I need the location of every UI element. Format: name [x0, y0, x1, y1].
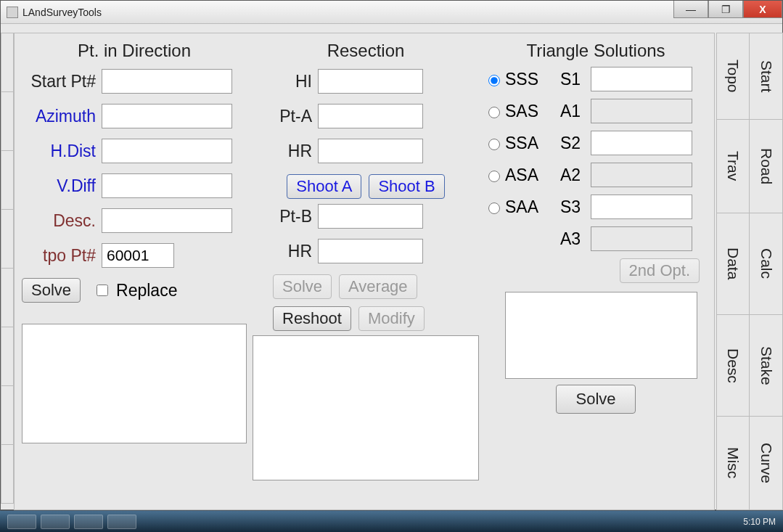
- title-bar[interactable]: LAndSurveyTools — ❐ X: [1, 1, 782, 24]
- mode-saa-input[interactable]: [488, 202, 500, 214]
- replace-label: Replace: [116, 281, 177, 300]
- a2-input[interactable]: [591, 163, 692, 187]
- a2-label: A2: [556, 165, 585, 185]
- pt-b-input[interactable]: [318, 204, 423, 229]
- pt-direction-solve-button[interactable]: Solve: [22, 278, 81, 303]
- tab-data[interactable]: Data: [716, 213, 750, 315]
- mode-sas-radio[interactable]: SAS: [485, 102, 550, 121]
- app-window: LAndSurveyTools — ❐ X Pt. in Direction S…: [0, 0, 783, 510]
- window-controls: — ❐ X: [673, 1, 782, 18]
- taskbar-left: [7, 515, 136, 529]
- replace-checkbox[interactable]: [97, 285, 108, 296]
- azimuth-input[interactable]: [102, 104, 232, 128]
- tab-stake[interactable]: Stake: [750, 315, 783, 417]
- taskbar-button[interactable]: [7, 515, 36, 529]
- a3-input[interactable]: [591, 226, 692, 251]
- tab-curve[interactable]: Curve: [750, 417, 783, 510]
- left-stub[interactable]: [1, 444, 14, 504]
- start-pt-input[interactable]: [102, 69, 232, 94]
- mode-ssa-input[interactable]: [488, 139, 500, 150]
- a1-input[interactable]: [591, 99, 692, 123]
- app-title: LAndSurveyTools: [22, 7, 102, 18]
- pt-b-label: Pt-B: [253, 207, 318, 226]
- app-icon: [7, 7, 18, 18]
- side-tabs-col2: Start Road Calc Stake Curve: [750, 33, 783, 510]
- mode-sas-label: SAS: [505, 102, 538, 121]
- desc-label: Desc.: [22, 211, 102, 231]
- tpo-pt-input[interactable]: [102, 243, 174, 268]
- average-button[interactable]: Average: [339, 274, 417, 299]
- replace-checkbox-row: Replace: [94, 281, 177, 300]
- azimuth-label: Azimuth: [22, 107, 102, 126]
- tab-topo[interactable]: Topo: [716, 33, 750, 120]
- triangle-output[interactable]: [505, 292, 697, 379]
- mode-asa-radio[interactable]: ASA: [485, 165, 550, 185]
- pt-a-input[interactable]: [318, 104, 423, 128]
- hi-label: HI: [253, 72, 318, 91]
- hr2-label: HR: [253, 242, 318, 261]
- tpo-pt-label: tpo Pt#: [22, 246, 102, 266]
- start-pt-label: Start Pt#: [22, 72, 102, 91]
- taskbar[interactable]: 5:10 PM: [0, 510, 783, 532]
- triangle-panel: Triangle Solutions SSS S1 SAS A1: [485, 38, 707, 505]
- s1-input[interactable]: [591, 67, 692, 91]
- desc-input[interactable]: [102, 208, 232, 233]
- shoot-a-button[interactable]: Shoot A: [287, 174, 361, 199]
- reshoot-button[interactable]: Reshoot: [273, 306, 351, 331]
- pt-direction-output[interactable]: [22, 324, 247, 443]
- hr1-label: HR: [253, 142, 318, 161]
- modify-button[interactable]: Modify: [358, 306, 425, 331]
- mode-sas-input[interactable]: [488, 107, 500, 118]
- mode-sss-input[interactable]: [488, 75, 500, 86]
- minimize-button[interactable]: —: [673, 1, 708, 18]
- tab-trav[interactable]: Trav: [716, 120, 750, 213]
- mode-sss-radio[interactable]: SSS: [485, 70, 550, 89]
- hi-input[interactable]: [318, 69, 423, 94]
- left-stub[interactable]: [1, 327, 14, 386]
- tab-road[interactable]: Road: [750, 120, 783, 213]
- taskbar-button[interactable]: [41, 515, 70, 529]
- tab-desc[interactable]: Desc: [716, 315, 750, 417]
- left-stub[interactable]: [1, 385, 14, 445]
- left-stub[interactable]: [1, 91, 14, 151]
- tab-calc[interactable]: Calc: [750, 213, 783, 315]
- hdist-input[interactable]: [102, 139, 232, 163]
- left-stub[interactable]: [1, 268, 14, 327]
- client-area: Pt. in Direction Start Pt# Azimuth H.Dis…: [14, 33, 715, 510]
- close-button[interactable]: X: [743, 1, 782, 18]
- hr2-input[interactable]: [318, 239, 423, 263]
- mode-ssa-radio[interactable]: SSA: [485, 134, 550, 153]
- resection-title: Resection: [253, 41, 479, 61]
- left-stub[interactable]: [1, 33, 14, 92]
- s2-input[interactable]: [591, 131, 692, 155]
- mode-asa-input[interactable]: [488, 171, 500, 182]
- s2-label: S2: [556, 134, 585, 153]
- tab-start[interactable]: Start: [750, 33, 783, 120]
- pt-direction-title: Pt. in Direction: [22, 41, 247, 61]
- resection-panel: Resection HI Pt-A HR Shoot A Shoot B Pt-…: [253, 38, 479, 505]
- a3-label: A3: [556, 229, 585, 249]
- vdiff-label: V.Diff: [22, 176, 102, 196]
- taskbar-button[interactable]: [74, 515, 103, 529]
- triangle-solve-button[interactable]: Solve: [556, 385, 635, 414]
- maximize-button[interactable]: ❐: [708, 1, 743, 18]
- left-stub[interactable]: [1, 150, 14, 210]
- hdist-label: H.Dist: [22, 142, 102, 161]
- left-tab-stubs: [1, 33, 14, 510]
- taskbar-button[interactable]: [107, 515, 136, 529]
- s3-label: S3: [556, 197, 585, 217]
- s3-input[interactable]: [591, 195, 692, 219]
- triangle-title: Triangle Solutions: [485, 41, 707, 61]
- vdiff-input[interactable]: [102, 173, 232, 198]
- hr1-input[interactable]: [318, 139, 423, 163]
- resection-solve-button[interactable]: Solve: [273, 274, 332, 299]
- tab-misc[interactable]: Misc: [716, 417, 750, 510]
- shoot-b-button[interactable]: Shoot B: [369, 174, 444, 199]
- second-opt-button[interactable]: 2nd Opt.: [620, 258, 700, 283]
- resection-output[interactable]: [253, 335, 479, 480]
- left-stub[interactable]: [1, 209, 14, 269]
- mode-saa-radio[interactable]: SAA: [485, 197, 550, 217]
- s1-label: S1: [556, 70, 585, 89]
- a1-label: A1: [556, 102, 585, 121]
- mode-asa-label: ASA: [505, 165, 538, 185]
